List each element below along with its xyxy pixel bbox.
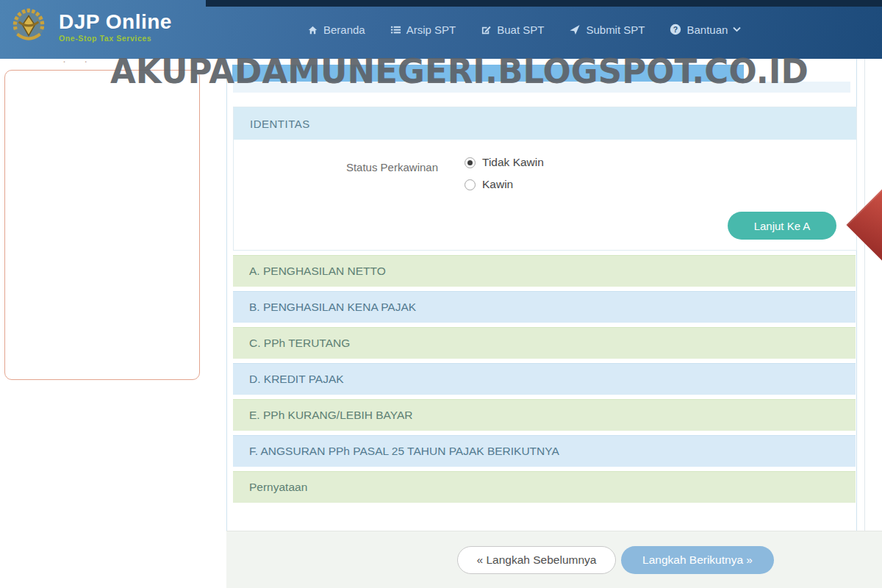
list-icon [390, 24, 401, 35]
wizard-footer: « Langkah Sebelumnya Langkah Berikutnya … [226, 531, 882, 588]
page-gutter-line [864, 59, 865, 531]
identitas-section-body: Status Perkawinan Tidak Kawin Kawin Lanj… [234, 140, 856, 250]
sidebar-dots: · · [62, 54, 95, 67]
nav-label: Beranda [323, 24, 365, 36]
accordion-section-b[interactable]: B. PENGHASILAN KENA PAJAK [233, 291, 856, 323]
langkah-berikutnya-button[interactable]: Langkah Berikutnya » [621, 546, 774, 574]
brand-subtitle: One-Stop Tax Services [59, 34, 172, 43]
chevron-down-icon [733, 26, 741, 32]
nav-item-arsip-spt[interactable]: Arsip SPT [390, 24, 456, 36]
radio-button-selected[interactable] [465, 157, 476, 168]
sidebar-panel [4, 70, 200, 380]
nav-label: Submit SPT [586, 24, 645, 36]
edit-icon [481, 24, 492, 35]
nav-item-submit-spt[interactable]: Submit SPT [569, 24, 645, 36]
radio-option-kawin[interactable]: Kawin [465, 178, 544, 191]
radio-label: Kawin [482, 178, 513, 191]
nav-label: Arsip SPT [406, 24, 456, 36]
watermark-text: AKUPADAMUNEGERI.BLOGSPOT.CO.ID [110, 51, 808, 91]
radio-option-tidak-kawin[interactable]: Tidak Kawin [465, 156, 544, 169]
home-icon [307, 24, 318, 35]
brand[interactable]: DJP Online One-Stop Tax Services [9, 4, 172, 49]
identitas-section-header[interactable]: IDENTITAS [234, 107, 856, 140]
accordion-section-f[interactable]: F. ANGSURAN PPh PASAL 25 TAHUN PAJAK BER… [233, 435, 856, 467]
svg-text:?: ? [673, 25, 678, 34]
accordion-section-a[interactable]: A. PENGHASILAN NETTO [233, 255, 856, 287]
nav-label: Bantuan [686, 24, 728, 36]
help-icon: ? [670, 24, 681, 35]
nav-item-bantuan[interactable]: ? Bantuan [670, 24, 741, 36]
status-perkawinan-label: Status Perkawinan [307, 161, 438, 173]
status-perkawinan-radio-group: Tidak Kawin Kawin [465, 156, 544, 191]
lanjut-ke-a-button[interactable]: Lanjut Ke A [728, 212, 836, 240]
accordion-section-c[interactable]: C. PPh TERUTANG [233, 327, 856, 359]
brand-title: DJP Online [59, 11, 172, 33]
accordion-section-d[interactable]: D. KREDIT PAJAK [233, 363, 856, 395]
radio-label: Tidak Kawin [482, 156, 544, 169]
cropped-title-strip [206, 0, 882, 7]
langkah-sebelumnya-button[interactable]: « Langkah Sebelumnya [457, 546, 616, 574]
nav-item-buat-spt[interactable]: Buat SPT [481, 24, 544, 36]
nav-label: Buat SPT [497, 24, 544, 36]
nav-item-beranda[interactable]: Beranda [307, 24, 365, 36]
identitas-section: IDENTITAS Status Perkawinan Tidak Kawin … [233, 107, 857, 251]
accordion-section-e[interactable]: E. PPh KURANG/LEBIH BAYAR [233, 399, 856, 431]
kemenkeu-logo-icon [9, 4, 49, 49]
main-content-panel: IDENTITAS Status Perkawinan Tidak Kawin … [226, 59, 857, 531]
accordion-section-pernyataan[interactable]: Pernyataan [233, 471, 856, 503]
radio-button-unselected[interactable] [465, 179, 476, 190]
send-icon [569, 24, 581, 35]
